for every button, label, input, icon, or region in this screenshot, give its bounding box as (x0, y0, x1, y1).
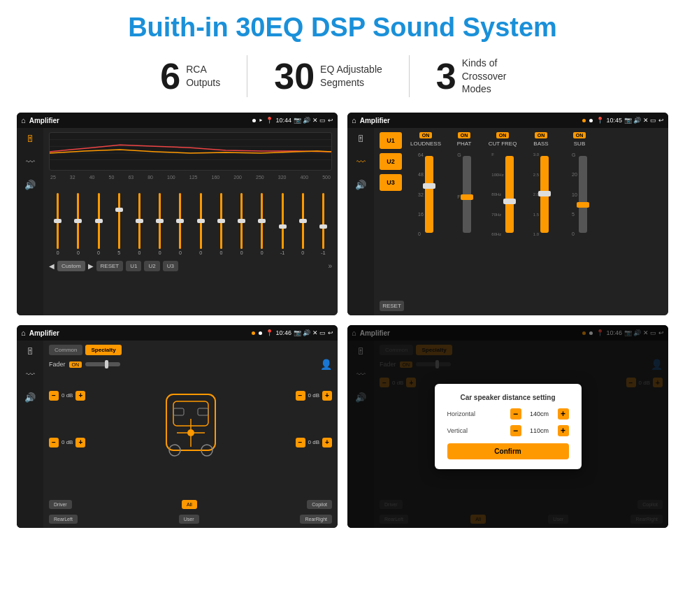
xo-on-badge-loudness[interactable]: ON (419, 132, 433, 138)
sf-fader-on[interactable]: ON (69, 361, 82, 368)
xo-channel-bass: ON BASS 3.02.52.01.51.0 (524, 132, 558, 311)
sf-driver-btn[interactable]: Driver (49, 500, 72, 509)
xo-app-title: Amplifier (360, 117, 579, 124)
eq-prev-icon[interactable]: ◀ (49, 262, 55, 270)
sf-bottom-btns2: RearLeft User RearRight (49, 515, 332, 524)
home-icon[interactable]: ⌂ (21, 116, 26, 124)
sf-plus-btn-1[interactable]: + (75, 391, 85, 401)
eq-next-icon[interactable]: ▶ (88, 262, 94, 270)
eq-slider-13[interactable]: -1 (315, 185, 332, 255)
sf-location-icon: 📍 (266, 329, 273, 336)
modal-horizontal-plus[interactable]: + (558, 408, 569, 420)
sf-status-dot2 (259, 331, 262, 335)
eq-slider-4[interactable]: 0 (131, 185, 148, 255)
eq-reset-btn[interactable]: RESET (96, 261, 124, 271)
xo-u3-btn[interactable]: U3 (380, 174, 402, 191)
sf-minus-btn-1[interactable]: − (49, 391, 59, 401)
sf-tab-common[interactable]: Common (49, 345, 82, 355)
sf-sidebar-eq-icon[interactable]: 🎚 (26, 346, 35, 357)
eq-sidebar-eq-icon[interactable]: 🎚 (26, 134, 35, 144)
sf-db-bottom-right: − 0 dB + (296, 438, 332, 447)
eq-slider-12[interactable]: 0 (294, 185, 312, 255)
sf-rearright-btn[interactable]: RearRight (300, 515, 332, 524)
sf-minus-btn-2[interactable]: − (49, 438, 59, 447)
modal-vertical-plus[interactable]: + (558, 425, 569, 436)
eq-slider-10[interactable]: 0 (253, 185, 271, 255)
xo-channel-name-sub: SUB (574, 141, 585, 147)
sf-fader-slider[interactable] (85, 362, 120, 366)
sf-tab-specialty[interactable]: Specialty (85, 345, 121, 355)
svg-rect-14 (198, 408, 208, 415)
sf-minus-btn-4[interactable]: − (296, 438, 305, 447)
xo-channel-phat: ON PHAT GF (447, 132, 482, 311)
stat-crossover-number: 3 (436, 58, 456, 94)
eq-slider-0[interactable]: 0 (49, 185, 66, 255)
sf-bottom-btns: Driver All Copilot (49, 500, 332, 509)
xo-home-icon[interactable]: ⌂ (352, 116, 356, 124)
xo-reset-btn[interactable]: RESET (380, 301, 404, 311)
xo-sidebar-speaker-icon[interactable]: 🔊 (355, 180, 366, 190)
xo-status-right: 📍 10:45 📷 🔊 ✕ ▭ ↩ (596, 117, 664, 124)
sf-sidebar-wave-icon[interactable]: 〰 (26, 369, 35, 380)
stat-rca: 6 RCAOutputs (134, 58, 247, 94)
xo-channel-name-loudness: LOUDNESS (410, 141, 441, 147)
eq-sidebar-wave-icon[interactable]: 〰 (26, 157, 35, 167)
xo-location-icon: 📍 (596, 117, 604, 124)
eq-u2-btn[interactable]: U2 (144, 261, 159, 271)
stat-eq-number: 30 (274, 58, 315, 94)
eq-content: 25 32 40 50 63 80 100 125 160 200 250 32… (43, 128, 338, 315)
sf-all-btn[interactable]: All (182, 500, 197, 509)
sf-plus-btn-2[interactable]: + (75, 438, 85, 447)
sf-home-icon[interactable]: ⌂ (21, 329, 26, 337)
eq-slider-11[interactable]: -1 (273, 185, 291, 255)
sf-copilot-btn[interactable]: Copilot (307, 500, 332, 509)
sf-rearleft-btn[interactable]: RearLeft (49, 515, 78, 524)
modal-title: Car speaker distance setting (447, 394, 569, 401)
xo-time: 10:45 (606, 117, 622, 124)
speaker-distance-screen: ⌂ Amplifier 📍 10:46 📷 🔊 ✕ ▭ ↩ 🎚 〰 🔊 (347, 325, 668, 528)
sf-body: 🎚 〰 🔊 Common Specialty Fader ON (17, 341, 338, 528)
modal-vertical-minus[interactable]: − (510, 425, 521, 436)
modal-confirm-button[interactable]: Confirm (447, 443, 569, 459)
eq-u3-btn[interactable]: U3 (163, 261, 178, 271)
svg-point-8 (187, 429, 194, 436)
eq-slider-9[interactable]: 0 (233, 185, 250, 255)
eq-slider-8[interactable]: 0 (212, 185, 230, 255)
sf-plus-btn-4[interactable]: + (322, 438, 332, 447)
eq-preset-btn[interactable]: Custom (57, 261, 85, 271)
eq-slider-5[interactable]: 0 (151, 185, 168, 255)
sf-status-dot (252, 331, 255, 335)
eq-sidebar-speaker-icon[interactable]: 🔊 (24, 180, 36, 190)
xo-content: U1 U2 U3 RESET ON LOUDNESS 644832160 (374, 128, 668, 315)
xo-u1-btn[interactable]: U1 (380, 132, 402, 149)
sf-minus-btn-3[interactable]: − (296, 391, 305, 401)
sf-sidebar-speaker-icon[interactable]: 🔊 (24, 392, 36, 403)
xo-u2-btn[interactable]: U2 (380, 153, 402, 170)
xo-on-badge-phat[interactable]: ON (458, 132, 471, 138)
eq-u1-btn[interactable]: U1 (126, 261, 141, 271)
screenshots-grid: ⌂ Amplifier 📍 10:44 📷 🔊 ✕ ▭ ↩ 🎚 〰 🔊 (17, 113, 668, 528)
sf-fader-label: Fader (49, 361, 66, 368)
sf-time: 10:46 (275, 329, 291, 336)
eq-slider-7[interactable]: 0 (192, 185, 210, 255)
stat-rca-number: 6 (160, 58, 180, 94)
eq-slider-1[interactable]: 0 (69, 185, 87, 255)
sf-user-btn[interactable]: User (179, 515, 199, 524)
eq-slider-3[interactable]: 5 (110, 185, 128, 255)
xo-sidebar-wave-icon[interactable]: 〰 (356, 157, 366, 167)
sf-person-icon: 👤 (320, 359, 332, 370)
xo-on-badge-cutfreq[interactable]: ON (496, 132, 510, 138)
xo-sidebar-eq-icon[interactable]: 🎚 (356, 134, 366, 144)
modal-horizontal-control: − 140cm + (510, 408, 569, 420)
eq-slider-6[interactable]: 0 (171, 185, 189, 255)
xo-on-badge-sub[interactable]: ON (573, 132, 586, 138)
xo-on-badge-bass[interactable]: ON (535, 132, 548, 138)
sf-speaker-layout: − 0 dB + − 0 dB + (49, 373, 332, 464)
eq-body: 🎚 〰 🔊 (17, 128, 338, 315)
modal-horizontal-minus[interactable]: − (510, 408, 521, 420)
eq-slider-2[interactable]: 0 (89, 185, 107, 255)
sf-status-right: 📍 10:46 📷 🔊 ✕ ▭ ↩ (266, 329, 333, 336)
sf-plus-btn-3[interactable]: + (322, 391, 332, 401)
eq-status-bar: ⌂ Amplifier 📍 10:44 📷 🔊 ✕ ▭ ↩ (17, 113, 338, 128)
eq-icons: 📷 🔊 ✕ ▭ ↩ (294, 117, 333, 124)
